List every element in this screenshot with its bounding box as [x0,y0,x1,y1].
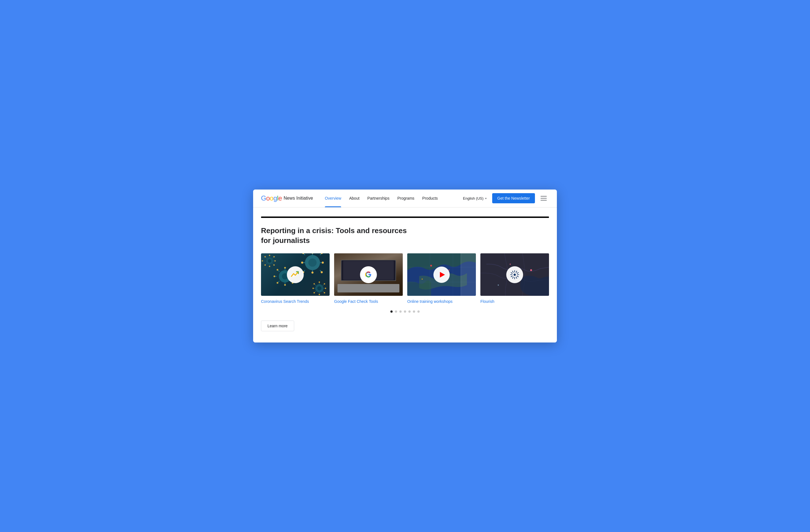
svg-point-50 [312,288,314,289]
svg-point-79 [422,278,423,280]
svg-line-61 [272,263,274,265]
nav-link-products[interactable]: Products [418,189,441,207]
youtube-play-wrap [433,266,450,283]
carousel-dot-6[interactable] [413,311,415,313]
chevron-down-icon: ▾ [485,197,487,200]
card-bg-dark-map [480,253,549,296]
card-flourish[interactable]: Flourish [480,253,549,304]
svg-point-83 [509,264,511,265]
logo-e-red: e [278,194,282,202]
carousel-dot-7[interactable] [417,311,420,313]
trending-icon [287,266,304,283]
language-label: English (US) [463,196,484,200]
section-title: Reporting in a crisis: Tools and resourc… [261,226,407,246]
svg-point-42 [325,288,326,289]
cards-row: Coronavirus Search Trends [261,253,549,304]
card-bg-laptop [334,253,403,296]
card-bg-virus [261,253,330,296]
svg-point-68 [262,260,263,262]
menu-line-1 [540,196,547,197]
nav-links: Overview About Partnerships Programs Pro… [321,189,461,207]
carousel-dot-3[interactable] [399,311,402,313]
card-bg-map [407,253,476,296]
svg-line-86 [516,271,517,272]
card-label-coronavirus: Coronavirus Search Trends [261,299,330,304]
svg-line-95 [511,272,513,273]
svg-point-82 [530,269,532,271]
logo-area[interactable]: Google News Initiative [261,194,313,202]
card-label-factcheck: Google Fact Check Tools [334,299,403,304]
main-content: Reporting in a crisis: Tools and resourc… [253,217,557,343]
svg-point-20 [284,267,286,268]
svg-point-77 [430,265,432,267]
carousel-dot-4[interactable] [404,311,406,313]
carousel-dots [261,311,549,313]
carousel-dot-1[interactable] [390,311,393,313]
section-divider [261,217,549,218]
language-selector[interactable]: English (US) ▾ [461,195,489,202]
svg-point-58 [273,256,275,257]
logo-text: News Initiative [284,196,313,201]
svg-line-93 [511,276,513,277]
svg-line-43 [323,291,324,293]
google-logo: Google [261,194,282,202]
newsletter-button[interactable]: Get the Newsletter [492,193,535,203]
svg-point-64 [269,266,270,267]
google-g-icon [360,266,377,283]
nav-link-overview[interactable]: Overview [321,189,345,207]
svg-line-69 [265,257,267,259]
nav-link-partnerships[interactable]: Partnerships [363,189,393,207]
logo-g-blue: G [261,194,266,202]
svg-line-51 [314,284,316,286]
svg-line-57 [272,257,274,259]
svg-point-46 [319,294,320,295]
svg-line-89 [517,276,519,277]
starburst-svg [509,269,520,280]
svg-point-66 [264,264,266,266]
svg-line-47 [314,291,316,293]
svg-point-17 [308,259,317,267]
svg-point-40 [324,283,325,285]
svg-point-10 [311,272,313,273]
card-thumbnail-flourish [480,253,549,296]
svg-point-56 [269,255,270,256]
svg-point-60 [275,260,276,262]
logo-o-red: o [266,194,270,202]
card-label-training: Online training workshops [407,299,476,304]
svg-point-62 [273,264,275,266]
svg-point-70 [264,256,266,257]
svg-point-34 [277,269,278,270]
card-thumbnail-factcheck [334,253,403,296]
card-training[interactable]: Online training workshops [407,253,476,304]
menu-line-3 [540,200,547,200]
nav-link-programs[interactable]: Programs [393,189,419,207]
card-factcheck[interactable]: Google Fact Check Tools [334,253,403,304]
hamburger-menu-icon[interactable] [538,194,549,203]
svg-line-92 [513,277,514,278]
svg-point-14 [301,262,303,264]
svg-line-90 [516,277,517,278]
card-coronavirus[interactable]: Coronavirus Search Trends [261,253,330,304]
trending-arrow-svg [291,270,300,279]
svg-point-28 [284,284,286,286]
learn-more-button[interactable]: Learn more [261,320,294,331]
navbar: Google News Initiative Overview About Pa… [253,189,557,207]
starburst-icon [506,266,523,283]
svg-point-38 [319,281,320,283]
svg-point-6 [322,262,324,264]
svg-point-2 [311,253,313,254]
card-thumbnail-training [407,253,476,296]
svg-point-30 [277,282,278,284]
svg-point-48 [313,292,315,294]
svg-point-71 [268,259,271,263]
carousel-dot-5[interactable] [408,311,411,313]
browser-window: Google News Initiative Overview About Pa… [253,189,557,343]
svg-line-39 [323,284,324,286]
carousel-dot-2[interactable] [395,311,397,313]
svg-line-87 [517,272,519,273]
svg-line-96 [513,271,514,272]
nav-link-about[interactable]: About [345,189,363,207]
svg-point-53 [317,286,322,290]
logo-o-yellow: o [270,194,273,202]
svg-point-84 [498,285,499,286]
